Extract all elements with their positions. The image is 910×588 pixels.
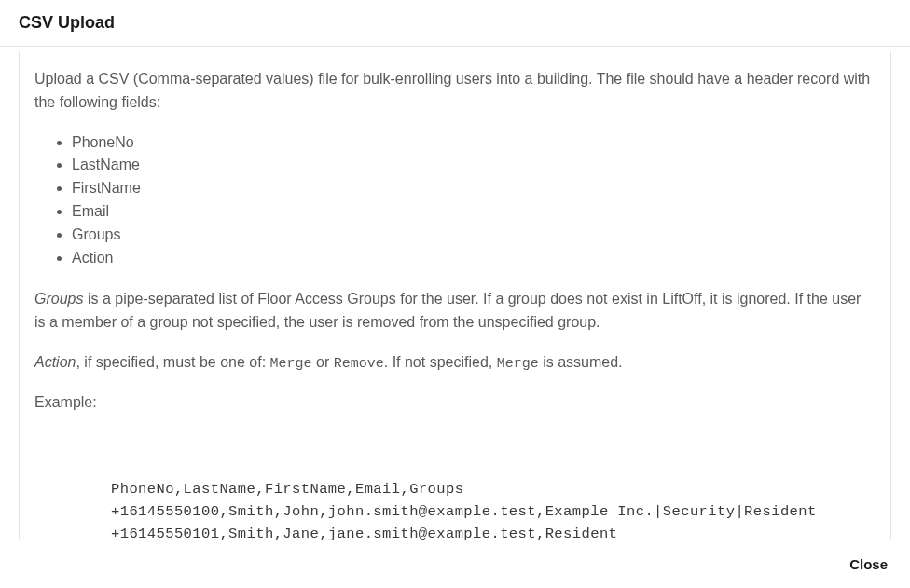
dialog-header: CSV Upload (0, 0, 910, 47)
action-code-merge-2: Merge (497, 356, 539, 372)
list-item: PhoneNo (72, 131, 876, 155)
csv-fields-list: PhoneNo LastName FirstName Email Groups … (34, 131, 876, 270)
dialog-title: CSV Upload (19, 13, 891, 33)
close-button[interactable]: Close (846, 549, 891, 580)
action-text-mid: or (312, 354, 334, 370)
action-emph: Action (34, 354, 76, 370)
list-item: Action (72, 247, 876, 270)
action-code-remove: Remove (334, 356, 384, 372)
example-code-block: PhoneNo,LastName,FirstName,Email,Groups … (34, 431, 876, 540)
action-code-merge: Merge (270, 356, 312, 372)
intro-text: Upload a CSV (Comma-separated values) fi… (34, 68, 876, 115)
groups-note: Groups is a pipe-separated list of Floor… (34, 288, 876, 335)
action-text-3: is assumed. (539, 354, 623, 370)
list-item: FirstName (72, 177, 876, 200)
list-item: LastName (72, 154, 876, 177)
action-text-2: . If not specified, (384, 354, 497, 370)
list-item: Groups (72, 224, 876, 247)
content-card: Upload a CSV (Comma-separated values) fi… (19, 51, 891, 540)
example-label: Example: (34, 391, 876, 415)
groups-emph: Groups (34, 291, 83, 307)
action-text-1: , if specified, must be one of: (76, 354, 269, 370)
dialog-footer: Close (0, 540, 910, 588)
list-item: Email (72, 200, 876, 224)
content-scroll-area[interactable]: Upload a CSV (Comma-separated values) fi… (0, 51, 910, 540)
groups-text: is a pipe-separated list of Floor Access… (34, 291, 861, 330)
action-note: Action, if specified, must be one of: Me… (34, 351, 876, 375)
